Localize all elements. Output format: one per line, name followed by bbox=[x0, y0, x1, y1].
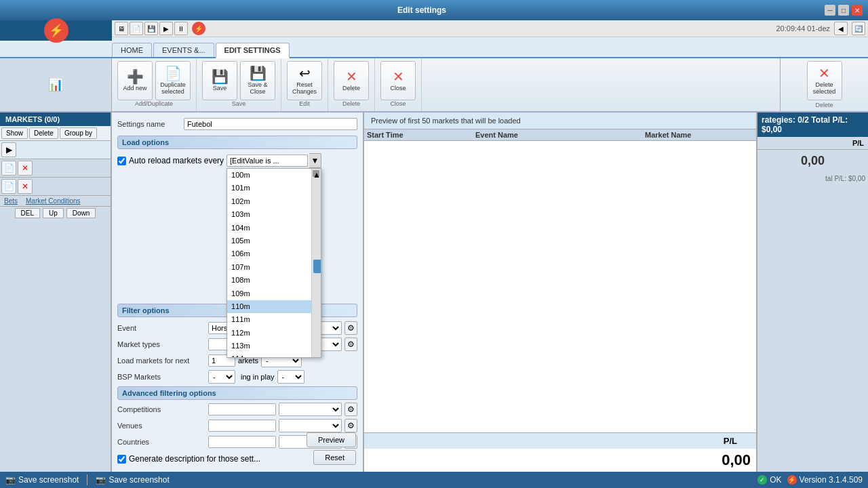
ok-label: OK bbox=[770, 475, 781, 485]
event-settings-icon[interactable]: ⚙ bbox=[344, 321, 357, 335]
add-sidebar-icon[interactable]: 📄 bbox=[1, 161, 16, 176]
expand-icon[interactable]: ▶ bbox=[1, 142, 16, 157]
dropdown-item-7[interactable]: 107m bbox=[227, 261, 311, 274]
close-button[interactable]: ✕ Close bbox=[380, 61, 416, 100]
nav-btn-1[interactable]: ◀ bbox=[834, 22, 848, 35]
delete-selected-button[interactable]: ✕ Delete selected bbox=[807, 61, 842, 100]
close-label: Close bbox=[390, 85, 406, 92]
nav-btn-2[interactable]: 🔄 bbox=[852, 22, 865, 35]
up-btn[interactable]: Up bbox=[43, 208, 64, 218]
tab-home[interactable]: HOME bbox=[112, 43, 152, 57]
group-by-button[interactable]: Group by bbox=[60, 127, 97, 139]
dropdown-item-9[interactable]: 109m bbox=[227, 287, 311, 300]
dropdown-item-12[interactable]: 112m bbox=[227, 327, 311, 340]
add-icon: ➕ bbox=[127, 70, 144, 83]
add-group-label: Add/Duplicate bbox=[135, 100, 173, 108]
show-button[interactable]: Show bbox=[1, 127, 28, 139]
reset-button[interactable]: Reset bbox=[313, 450, 356, 465]
down-btn[interactable]: Down bbox=[66, 208, 96, 218]
add-sidebar-icon-2[interactable]: 📄 bbox=[1, 179, 16, 194]
ok-area: ✓ OK bbox=[757, 475, 781, 485]
dropdown-item-13[interactable]: 113m bbox=[227, 340, 311, 352]
close-icon: ✕ bbox=[393, 70, 404, 83]
dropdown-scrollbar[interactable]: ▲ ▼ bbox=[311, 169, 321, 358]
load-markets-label: Load markets for next bbox=[117, 357, 205, 365]
tab-edit-settings[interactable]: EDIT SETTINGS bbox=[216, 43, 290, 58]
toolbar-btn-4[interactable]: ▶ bbox=[159, 22, 173, 35]
dropdown-item-4[interactable]: 104m bbox=[227, 222, 311, 235]
save-screenshot-2[interactable]: 📷 Save screenshot bbox=[96, 475, 169, 485]
dropdown-item-10[interactable]: 110m bbox=[227, 300, 311, 313]
toolbar-btn-2[interactable]: 📄 bbox=[130, 22, 143, 35]
close-window-button[interactable]: ✕ bbox=[852, 5, 863, 16]
save-close-label: Save & Close bbox=[243, 81, 272, 95]
save-screenshot-1[interactable]: 📷 Save screenshot bbox=[5, 475, 79, 485]
save-close-button[interactable]: 💾 Save & Close bbox=[240, 61, 275, 100]
ribbon-group-save: 💾 Save 💾 Save & Close Save bbox=[197, 58, 281, 111]
dropdown-item-8[interactable]: 108m bbox=[227, 274, 311, 287]
dropdown-item-14[interactable]: 114m bbox=[227, 352, 311, 358]
delete-label: Delete bbox=[342, 85, 360, 92]
dropdown-list[interactable]: 100m 101m 102m 103m 104m 105m 106m 107m … bbox=[226, 168, 321, 358]
edit-group-label: Edit bbox=[299, 100, 310, 108]
bsp-inplay-select[interactable]: - bbox=[277, 370, 304, 384]
settings-name-input[interactable] bbox=[184, 118, 357, 130]
dropdown-item-5[interactable]: 105m bbox=[227, 235, 311, 247]
save-screenshot-icon-1: 📷 bbox=[5, 475, 16, 485]
dropdown-item-2[interactable]: 102m bbox=[227, 195, 311, 208]
competitions-select[interactable] bbox=[279, 403, 342, 416]
generate-desc-checkbox[interactable] bbox=[117, 455, 126, 464]
scrollbar-thumb[interactable] bbox=[313, 260, 321, 273]
dropdown-item-0[interactable]: 100m bbox=[227, 169, 311, 182]
delete-sidebar-button[interactable]: Delete bbox=[29, 127, 58, 139]
toolbar-btn-1[interactable]: 🖥 bbox=[115, 22, 128, 35]
save-button[interactable]: 💾 Save bbox=[202, 61, 237, 100]
auto-reload-checkbox[interactable] bbox=[117, 157, 126, 165]
dropdown-arrow-button[interactable]: ▼ bbox=[309, 153, 321, 168]
dropdown-value-input[interactable] bbox=[226, 155, 308, 167]
countries-input[interactable] bbox=[208, 436, 276, 448]
delete-button[interactable]: ✕ Delete bbox=[334, 61, 369, 100]
venues-input[interactable] bbox=[208, 420, 276, 432]
ribbon-edit-buttons: ↩ Reset Changes bbox=[287, 61, 322, 100]
market-types-settings-icon[interactable]: ⚙ bbox=[344, 338, 357, 351]
toolbar-btn-3[interactable]: 💾 bbox=[144, 22, 158, 35]
bsp-select[interactable]: - bbox=[208, 370, 235, 384]
delete-selected-icon: ✕ bbox=[818, 66, 830, 80]
dropdown-item-3[interactable]: 103m bbox=[227, 208, 311, 221]
venues-select[interactable] bbox=[279, 419, 342, 432]
sidebar-toolbar: Show Delete Group by bbox=[0, 126, 111, 141]
venues-settings-icon[interactable]: ⚙ bbox=[344, 419, 357, 432]
competitions-label: Competitions bbox=[117, 405, 205, 413]
duplicate-button[interactable]: 📄 Duplicate selected bbox=[155, 61, 191, 100]
strategies-header: rategies: 0/2 Total P/L: $0,00 bbox=[757, 113, 868, 137]
auto-reload-row: Auto reload markets every ▼ 100m 101m 10… bbox=[117, 153, 357, 168]
delete-sidebar-icon-2[interactable]: ✕ bbox=[18, 179, 33, 194]
scroll-up-btn[interactable]: ▲ bbox=[313, 170, 319, 177]
minimize-button[interactable]: ─ bbox=[825, 5, 835, 16]
toolbar-btn-5[interactable]: ⏸ bbox=[174, 22, 188, 35]
maximize-button[interactable]: □ bbox=[838, 5, 849, 16]
ribbon-group-edit: ↩ Reset Changes Edit bbox=[281, 58, 328, 111]
dropdown-item-1[interactable]: 101m bbox=[227, 182, 311, 195]
logo-icon: ⚡ bbox=[49, 23, 64, 38]
reset-changes-button[interactable]: ↩ Reset Changes bbox=[287, 61, 322, 100]
reset-label: Reset Changes bbox=[290, 81, 319, 95]
ok-icon: ✓ bbox=[757, 475, 767, 485]
close-group-label: Close bbox=[390, 100, 406, 108]
col-market-name: Market Name bbox=[645, 131, 753, 139]
market-conditions-tab[interactable]: Market Conditions bbox=[22, 196, 85, 206]
bets-tab[interactable]: Bets bbox=[0, 196, 22, 206]
add-new-button[interactable]: ➕ Add new bbox=[117, 61, 153, 100]
bottom-buttons: Reset bbox=[313, 450, 356, 465]
competitions-input[interactable] bbox=[208, 403, 276, 415]
app-logo: ⚡ bbox=[0, 20, 112, 41]
dropdown-item-11[interactable]: 111m bbox=[227, 313, 311, 326]
preview-button[interactable]: Preview bbox=[307, 432, 356, 447]
del-btn[interactable]: DEL bbox=[15, 208, 40, 218]
delete-sidebar-icon[interactable]: ✕ bbox=[18, 161, 33, 176]
divider bbox=[87, 474, 87, 485]
tab-events[interactable]: EVENTS &... bbox=[153, 43, 214, 57]
dropdown-item-6[interactable]: 106m bbox=[227, 247, 311, 260]
competitions-settings-icon[interactable]: ⚙ bbox=[344, 403, 357, 416]
